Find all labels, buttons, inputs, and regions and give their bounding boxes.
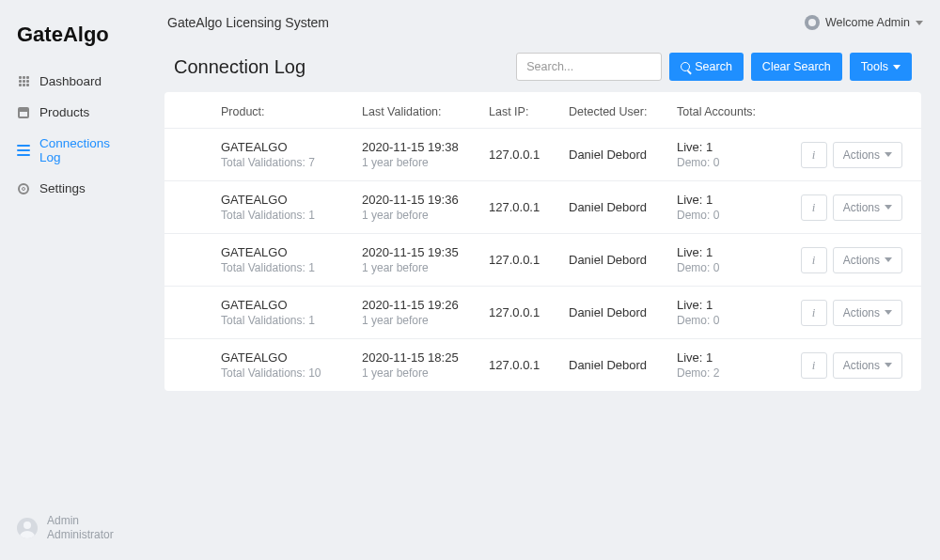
actions-button-label: Actions — [843, 306, 880, 319]
actions-button-label: Actions — [843, 254, 880, 267]
row-demo: Demo: 0 — [677, 209, 790, 222]
row-ip: 127.0.0.1 — [489, 358, 569, 372]
row-ago: 1 year before — [362, 314, 489, 327]
row-user: Daniel Debord — [569, 305, 677, 319]
row-user: Daniel Debord — [569, 253, 677, 267]
sidebar-item-label: Settings — [39, 181, 86, 195]
clear-search-label: Clear Search — [762, 60, 831, 73]
connection-log-panel: Product: Last Validation: Last IP: Detec… — [164, 92, 921, 391]
chevron-down-icon — [916, 21, 923, 25]
row-demo: Demo: 0 — [677, 156, 790, 169]
row-live: Live: 1 — [677, 298, 790, 312]
info-button[interactable]: i — [801, 194, 827, 221]
table-row: GATEALGOTotal Validations: 102020-11-15 … — [164, 338, 921, 391]
row-ip: 127.0.0.1 — [489, 148, 569, 162]
row-live: Live: 1 — [677, 350, 790, 365]
row-validations: Total Validations: 1 — [221, 314, 362, 327]
sidebar: Dashboard Products Connections Log Setti… — [0, 66, 150, 204]
footer-username: Admin — [47, 514, 114, 529]
row-validations: Total Validations: 10 — [221, 366, 362, 380]
search-input[interactable] — [516, 53, 662, 81]
row-timestamp: 2020-11-15 19:36 — [362, 193, 489, 207]
row-user: Daniel Debord — [569, 358, 677, 372]
row-product: GATEALGO — [221, 140, 362, 154]
th-product: Product: — [221, 105, 362, 118]
account-menu[interactable]: Welcome Admin — [805, 15, 923, 30]
list-icon — [17, 144, 30, 157]
chevron-down-icon — [885, 205, 892, 210]
box-icon — [17, 106, 30, 119]
footer-user[interactable]: Admin Administrator — [17, 514, 114, 543]
row-product: GATEALGO — [221, 245, 362, 259]
user-icon — [805, 15, 820, 30]
chevron-down-icon — [885, 257, 892, 262]
actions-button-label: Actions — [843, 201, 880, 214]
page-header: Connection Log Search Clear Search Tools — [164, 45, 921, 92]
actions-button[interactable]: Actions — [833, 300, 902, 326]
row-live: Live: 1 — [677, 140, 790, 154]
row-validations: Total Validations: 1 — [221, 261, 362, 274]
main: Connection Log Search Clear Search Tools… — [164, 45, 921, 391]
chevron-down-icon — [885, 310, 892, 315]
info-button[interactable]: i — [801, 352, 827, 379]
actions-button-label: Actions — [843, 359, 880, 372]
table-row: GATEALGOTotal Validations: 72020-11-15 1… — [164, 128, 921, 180]
row-ago: 1 year before — [362, 209, 489, 222]
row-ip: 127.0.0.1 — [489, 253, 569, 267]
search-icon — [681, 62, 690, 71]
sidebar-item-products[interactable]: Products — [0, 97, 150, 128]
grid-icon — [17, 75, 30, 88]
row-product: GATEALGO — [221, 298, 362, 312]
chevron-down-icon — [885, 363, 892, 367]
actions-button-label: Actions — [843, 148, 880, 162]
topbar: GateAlgo Licensing System Welcome Admin — [150, 0, 940, 45]
info-button[interactable]: i — [801, 247, 827, 273]
actions-button[interactable]: Actions — [833, 247, 902, 273]
page-title: Connection Log — [174, 56, 509, 78]
actions-button[interactable]: Actions — [833, 142, 902, 168]
row-demo: Demo: 2 — [677, 366, 790, 380]
search-button-label: Search — [695, 60, 732, 73]
footer-role: Administrator — [47, 528, 114, 543]
sidebar-item-dashboard[interactable]: Dashboard — [0, 66, 150, 97]
sidebar-item-label: Products — [39, 105, 89, 119]
chevron-down-icon — [893, 65, 901, 70]
row-ago: 1 year before — [362, 156, 489, 169]
row-product: GATEALGO — [221, 350, 362, 365]
row-timestamp: 2020-11-15 18:25 — [362, 350, 489, 365]
row-ago: 1 year before — [362, 366, 489, 380]
sidebar-item-label: Connections Log — [39, 136, 133, 164]
th-detected-user: Detected User: — [569, 105, 677, 118]
th-last-validation: Last Validation: — [362, 105, 489, 118]
app-logo: GateAlgo — [17, 23, 109, 47]
info-button[interactable]: i — [801, 300, 827, 326]
row-demo: Demo: 0 — [677, 261, 790, 274]
clear-search-button[interactable]: Clear Search — [751, 53, 842, 81]
table-row: GATEALGOTotal Validations: 12020-11-15 1… — [164, 180, 921, 233]
row-product: GATEALGO — [221, 193, 362, 207]
row-ip: 127.0.0.1 — [489, 305, 569, 319]
info-button[interactable]: i — [801, 142, 827, 168]
sidebar-item-connections-log[interactable]: Connections Log — [0, 128, 150, 173]
row-ago: 1 year before — [362, 261, 489, 274]
th-total-accounts: Total Accounts: — [677, 105, 790, 118]
row-live: Live: 1 — [677, 245, 790, 259]
row-user: Daniel Debord — [569, 148, 677, 162]
row-validations: Total Validations: 1 — [221, 209, 362, 222]
search-button[interactable]: Search — [669, 53, 744, 81]
chevron-down-icon — [885, 152, 892, 157]
table-header: Product: Last Validation: Last IP: Detec… — [164, 92, 921, 128]
row-live: Live: 1 — [677, 193, 790, 207]
actions-button[interactable]: Actions — [833, 194, 902, 221]
row-ip: 127.0.0.1 — [489, 200, 569, 214]
th-last-ip: Last IP: — [489, 105, 569, 118]
row-demo: Demo: 0 — [677, 314, 790, 327]
row-timestamp: 2020-11-15 19:35 — [362, 245, 489, 259]
sidebar-item-settings[interactable]: Settings — [0, 173, 150, 204]
topbar-title: GateAlgo Licensing System — [167, 15, 329, 30]
tools-button-label: Tools — [861, 60, 888, 73]
actions-button[interactable]: Actions — [833, 352, 902, 379]
row-user: Daniel Debord — [569, 200, 677, 214]
tools-button[interactable]: Tools — [850, 53, 912, 81]
row-timestamp: 2020-11-15 19:38 — [362, 140, 489, 154]
